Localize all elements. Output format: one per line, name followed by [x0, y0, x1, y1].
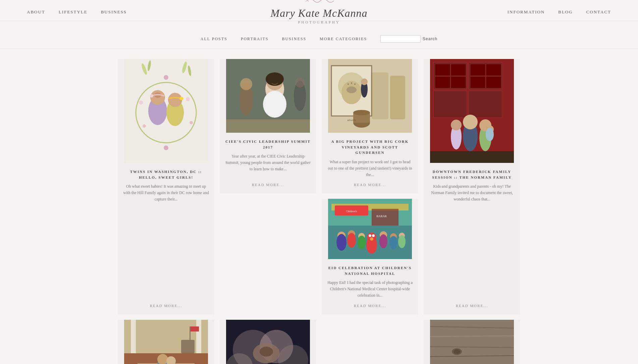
svg-point-41: [347, 86, 357, 93]
post-card-twins: TWINS IN WASHINGTON, DC :: HELLO, SWEET …: [118, 59, 214, 314]
post-title-bigcork: A BIG PROJECT WITH BIG CORK VINEYARDS AN…: [327, 139, 413, 156]
nav-lifestyle[interactable]: LIFESTYLE: [59, 3, 88, 21]
filter-business[interactable]: BUSINESS: [282, 37, 306, 42]
post-card-mystery1: [220, 320, 316, 364]
nav-blog[interactable]: BLOG: [558, 3, 573, 21]
search-button[interactable]: Search: [423, 37, 437, 41]
svg-point-62: [463, 115, 478, 129]
filter-all-posts[interactable]: ALL POSTS: [201, 37, 227, 42]
svg-point-103: [389, 236, 397, 249]
bigcork-image: artwork: [322, 59, 418, 133]
post-read-more-frederick[interactable]: READ MORE...: [456, 304, 488, 308]
svg-rect-82: [190, 326, 191, 343]
svg-point-90: [336, 234, 347, 251]
nav-left: ABOUT LIFESTYLE BUSINESS: [27, 3, 127, 21]
svg-rect-56: [451, 76, 466, 88]
post-body-bigcork: A BIG PROJECT WITH BIG CORK VINEYARDS AN…: [322, 133, 418, 193]
post-image-maternity[interactable]: [118, 320, 214, 364]
site-subtitle: PHOTOGRAPHY: [298, 20, 340, 24]
post-body-eid: EID CELEBRATION AT CHILDREN'S NATIONAL H…: [322, 259, 418, 314]
post-card-eid: Children's: [322, 199, 418, 314]
frederick-image: [424, 59, 520, 163]
svg-point-15: [143, 124, 146, 128]
post-image-twins[interactable]: [118, 59, 214, 163]
svg-point-92: [347, 233, 356, 248]
post-image-mystery1[interactable]: [220, 320, 316, 364]
post-read-more-ciee[interactable]: READ MORE...: [252, 183, 284, 187]
nav-information[interactable]: INFORMATION: [508, 3, 545, 21]
post-image-bigcork[interactable]: artwork: [322, 59, 418, 133]
maternity-image: [118, 320, 214, 364]
svg-rect-52: [469, 91, 502, 118]
svg-point-18: [164, 75, 168, 80]
svg-point-98: [372, 234, 375, 237]
svg-point-46: [361, 78, 368, 85]
post-image-mystery2[interactable]: [424, 320, 520, 364]
post-body-twins: TWINS IN WASHINGTON, DC :: HELLO, SWEET …: [118, 163, 214, 314]
post-excerpt-frederick: Kids and grandparents and parents - oh m…: [429, 183, 515, 299]
post-card-bigcork: artwork A BIG PROJECT WITH BIG CORK VINE…: [322, 59, 418, 193]
filter-more-categories[interactable]: MORE CATEGORIES: [320, 37, 367, 42]
post-title-twins: TWINS IN WASHINGTON, DC :: HELLO, SWEET …: [123, 169, 209, 180]
svg-point-14: [139, 101, 143, 105]
post-read-more-eid[interactable]: READ MORE...: [354, 304, 386, 308]
svg-point-105: [398, 235, 406, 248]
svg-text:Children's: Children's: [346, 210, 357, 213]
nav-right: INFORMATION BLOG CONTACT: [508, 3, 611, 21]
svg-rect-71: [124, 320, 208, 353]
mystery1-image: [220, 320, 316, 364]
posts-grid: TWINS IN WASHINGTON, DC :: HELLO, SWEET …: [108, 59, 530, 364]
post-title-eid: EID CELEBRATION AT CHILDREN'S NATIONAL H…: [327, 265, 413, 276]
ciee-image: [220, 59, 316, 133]
svg-point-26: [263, 91, 286, 118]
svg-point-66: [486, 128, 494, 141]
svg-point-68: [451, 120, 462, 130]
post-card-ciee: CIEE'S CIVIC LEADERSHIP SUMMIT 2017 Year…: [220, 59, 316, 193]
svg-point-19: [164, 145, 168, 150]
svg-rect-34: [390, 76, 405, 119]
post-card-mystery2: [424, 320, 520, 364]
site-header: ABOUT LIFESTYLE BUSINESS Mary Kate McKan…: [0, 0, 638, 21]
svg-point-39: [351, 82, 352, 84]
search-input[interactable]: [380, 35, 421, 43]
post-image-frederick[interactable]: [424, 59, 520, 163]
svg-point-44: [353, 110, 370, 115]
mystery2-image: [424, 320, 520, 364]
svg-rect-77: [181, 340, 195, 353]
post-card-frederick: DOWNTOWN FREDERICK FAMILY SESSION :: THE…: [424, 59, 520, 314]
main-nav: ABOUT LIFESTYLE BUSINESS Mary Kate McKan…: [0, 3, 638, 21]
svg-point-12: [168, 93, 182, 107]
svg-text:artwork: artwork: [348, 119, 356, 122]
svg-point-94: [358, 236, 366, 249]
search-area: Search: [380, 35, 437, 43]
post-image-eid[interactable]: Children's: [322, 199, 418, 259]
post-image-ciee[interactable]: [220, 59, 316, 133]
nav-about[interactable]: ABOUT: [27, 3, 45, 21]
post-read-more-bigcork[interactable]: READ MORE...: [354, 183, 386, 187]
svg-rect-83: [191, 326, 199, 331]
post-excerpt-ciee: Year after year, at the CIEE Civic Leade…: [225, 153, 311, 178]
post-card-maternity: MATERNITY AND WEDDING ANNIVERSARY SESSIO…: [118, 320, 214, 364]
nav-business[interactable]: BUSINESS: [101, 3, 127, 21]
site-title: Mary Kate McKanna: [271, 7, 368, 19]
svg-point-17: [190, 121, 193, 124]
svg-rect-33: [372, 72, 388, 119]
svg-point-24: [266, 72, 284, 86]
svg-point-99: [370, 237, 373, 241]
svg-point-101: [379, 234, 387, 248]
eid-image: Children's: [322, 199, 418, 259]
post-excerpt-bigcork: What a super fun project to work on! I g…: [327, 159, 413, 178]
svg-text:BARAK: BARAK: [376, 215, 387, 218]
svg-point-28: [240, 78, 252, 90]
post-title-frederick: DOWNTOWN FREDERICK FAMILY SESSION :: THE…: [429, 169, 515, 180]
svg-rect-54: [451, 64, 466, 76]
svg-point-97: [369, 234, 371, 237]
swirl-icon: [304, 0, 334, 6]
svg-rect-60: [486, 76, 501, 88]
svg-point-40: [354, 83, 356, 85]
nav-contact[interactable]: CONTACT: [586, 3, 611, 21]
post-read-more-twins[interactable]: READ MORE...: [150, 304, 182, 308]
post-body-ciee: CIEE'S CIVIC LEADERSHIP SUMMIT 2017 Year…: [220, 133, 316, 193]
svg-point-10: [150, 94, 153, 98]
filter-portraits[interactable]: PORTRAITS: [241, 37, 269, 42]
